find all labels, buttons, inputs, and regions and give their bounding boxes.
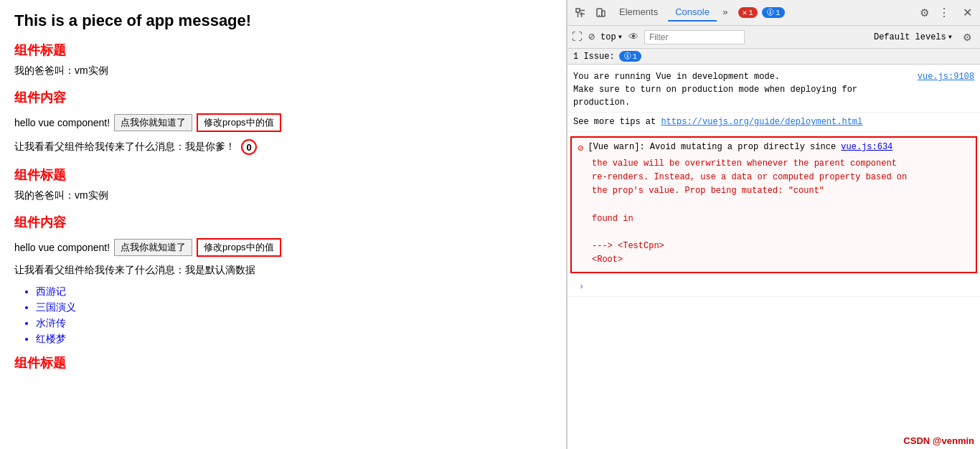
devtools-toolbar2: ⛶ ⊘ top ▾ 👁 Default levels ▾ ⚙ [567, 26, 980, 49]
error-header-text: [Vue warn]: Avoid mutating a prop direct… [588, 142, 841, 152]
tab-elements[interactable]: Elements [612, 4, 665, 22]
error-found: found in [592, 212, 970, 226]
issues-label: 1 Issue: [573, 52, 615, 62]
list-item: 三国演义 [36, 301, 552, 314]
deployment-link[interactable]: https://vuejs.org/guide/deployment.html [661, 117, 862, 127]
default-levels-label: Default levels [874, 32, 946, 42]
error-body-line2: re-renders. Instead, use a data or compu… [592, 171, 970, 184]
left-panel: This is a piece of app message! 组件标题 我的爸… [0, 0, 567, 449]
vue-dev-msg-line2: Make sure to turn on production mode whe… [573, 85, 857, 95]
error-badge: ✕ 1 [738, 7, 758, 18]
btn-click-2[interactable]: 点我你就知道了 [114, 239, 192, 256]
issues-count: 1 [633, 52, 638, 61]
app-message: This is a piece of app message! [14, 11, 552, 30]
father-value-2: vm实例 [75, 189, 108, 201]
deployment-msg-text: See more tips at [573, 117, 661, 127]
component-content-1: 组件内容 [14, 89, 552, 106]
tab-console[interactable]: Console [668, 4, 717, 22]
vue-dev-msg-line1: You are running Vue in development mode. [573, 72, 780, 82]
error-icon: ⊘ [578, 142, 583, 154]
default-levels-dropdown-icon: ▾ [948, 32, 953, 42]
svg-rect-0 [576, 9, 580, 12]
devtools-badges: ✕ 1 🛈 1 [738, 7, 785, 18]
vue-dev-msg: You are running Vue in development mode.… [567, 67, 980, 113]
error-icon-small: ✕ [743, 8, 748, 17]
error-block: ⊘ [Vue warn]: Avoid mutating a prop dire… [570, 136, 977, 273]
father-label-1: 我的爸爸叫： [14, 65, 75, 76]
issues-badge: 🛈 1 [619, 51, 642, 62]
settings-icon2[interactable]: ⚙ [958, 29, 976, 46]
svg-rect-6 [602, 11, 605, 16]
father-value-1: vm实例 [75, 65, 108, 76]
list-item: 西游记 [36, 285, 552, 298]
hello-text-2: hello vue component! [14, 242, 110, 253]
error-body-line3: the prop's value. Prop being mutated: "c… [592, 184, 970, 198]
inspect-icon[interactable] [572, 4, 589, 22]
book-list-items: 西游记三国演义水浒传红楼梦 [14, 285, 552, 346]
father-text-1: 我的爸爸叫：vm实例 [14, 65, 552, 77]
counter-badge-1: 0 [241, 139, 257, 155]
info-icon-small: 🛈 [766, 8, 774, 17]
parent-msg-text-1: 让我看看父组件给我传来了什么消息：我是你爹！ [14, 141, 235, 153]
vue-dev-msg-line3: production. [573, 98, 630, 108]
book-list: 西游记三国演义水浒传红楼梦 [14, 285, 552, 346]
svg-point-7 [599, 14, 600, 16]
error-body-line1: the value will be overwritten whenever t… [592, 157, 970, 171]
console-content: You are running Vue in development mode.… [567, 65, 980, 449]
deployment-msg: See more tips at https://vuejs.org/guide… [567, 113, 980, 132]
expand-arrow[interactable]: › [573, 280, 590, 293]
more-icon[interactable]: ⋮ [936, 4, 953, 22]
info-icon-issues: 🛈 [623, 52, 631, 61]
error-text: [Vue warn]: Avoid mutating a prop direct… [588, 142, 892, 152]
issues-bar: 1 Issue: 🛈 1 [567, 49, 980, 65]
parent-msg-1: 让我看看父组件给我传来了什么消息：我是你爹！ 0 [14, 139, 552, 155]
hello-row-1: hello vue component! 点我你就知道了 修改props中的值 [14, 113, 552, 132]
top-dropdown-icon: ▾ [618, 32, 623, 42]
btn-modify-1[interactable]: 修改props中的值 [197, 113, 281, 132]
filter-input[interactable] [644, 30, 745, 44]
list-item: 水浒传 [36, 317, 552, 330]
device-icon[interactable] [592, 4, 609, 22]
error-body: the value will be overwritten whenever t… [578, 157, 970, 268]
cursor-icon[interactable]: ⛶ [572, 31, 583, 44]
block-icon[interactable]: ⊘ [588, 30, 595, 44]
vue-js-error-link[interactable]: vue.js:634 [841, 142, 892, 152]
close-icon[interactable]: ✕ [958, 4, 976, 22]
info-count: 1 [776, 9, 781, 17]
top-label: top [600, 32, 616, 42]
expand-row: › [567, 278, 980, 297]
error-component2: <Root> [592, 253, 970, 267]
list-item: 红楼梦 [36, 333, 552, 346]
tab-more[interactable]: » [720, 7, 731, 18]
hello-text-1: hello vue component! [14, 117, 110, 128]
father-text-2: 我的爸爸叫：vm实例 [14, 189, 552, 202]
parent-msg-2: 让我看看父组件给我传来了什么消息：我是默认滴数据 [14, 264, 552, 277]
error-count: 1 [748, 9, 753, 17]
error-header: ⊘ [Vue warn]: Avoid mutating a prop dire… [578, 142, 970, 154]
component-title-2: 组件标题 [14, 166, 552, 184]
eye-icon[interactable]: 👁 [628, 32, 639, 43]
component-title-1: 组件标题 [14, 42, 552, 59]
top-selector[interactable]: top ▾ [600, 32, 623, 42]
component-title-3: 组件标题 [14, 354, 552, 372]
default-levels[interactable]: Default levels ▾ [874, 32, 953, 42]
settings-icon[interactable]: ⚙ [915, 4, 933, 22]
info-badge: 🛈 1 [762, 7, 785, 18]
component-content-2: 组件内容 [14, 214, 552, 231]
btn-click-1[interactable]: 点我你就知道了 [114, 114, 192, 131]
error-component1: ---> <TestCpn> [592, 240, 970, 253]
father-label-2: 我的爸爸叫： [14, 189, 75, 201]
devtools-panel: Elements Console » ✕ 1 🛈 1 ⚙ ⋮ ✕ ⛶ ⊘ top… [567, 0, 980, 449]
btn-modify-2[interactable]: 修改props中的值 [197, 238, 281, 257]
hello-row-2: hello vue component! 点我你就知道了 修改props中的值 [14, 238, 552, 257]
vue-js-link1[interactable]: vue.js:9108 [918, 70, 974, 83]
devtools-toolbar: Elements Console » ✕ 1 🛈 1 ⚙ ⋮ ✕ [567, 0, 980, 26]
